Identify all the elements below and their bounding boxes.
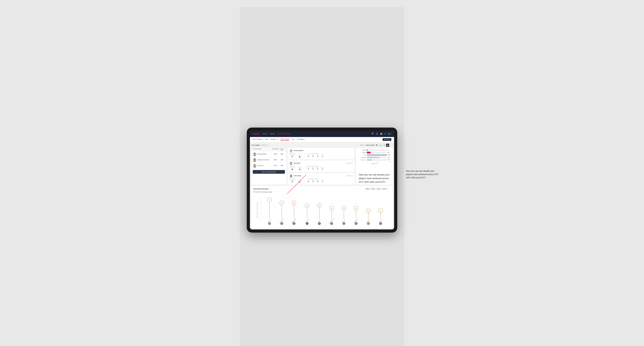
- grid-view-btn[interactable]: ⊞: [379, 144, 382, 147]
- bar-value: 131: [388, 159, 391, 161]
- nav-teams[interactable]: Teams: [270, 133, 275, 135]
- stats-avatar: [290, 174, 292, 177]
- practice-rounds: Practice 4: [298, 167, 302, 171]
- stats-player-name: Josh Coles: [294, 175, 346, 176]
- app-stat: APP 0: [312, 155, 314, 157]
- rank-badge: 2: [255, 161, 256, 162]
- chart-subtitle: Off The Tee, Fairway Accuracy: [254, 191, 390, 193]
- nav-my-performance[interactable]: My Performance: [277, 133, 290, 135]
- subtitle-main: Off The Tee: [254, 191, 260, 193]
- annotation-text: Here you can see streaks your players ha…: [406, 170, 441, 180]
- external-annotation: Here you can see streaks your players ha…: [359, 173, 390, 184]
- person-icon[interactable]: 👤: [376, 133, 378, 135]
- bar-value: 3: [388, 149, 391, 151]
- svg-text:5x: 5x: [319, 205, 320, 206]
- card-view-btn[interactable]: ▤: [386, 144, 389, 147]
- app-logo: clippd: [253, 133, 259, 135]
- putt-stat: PUTT 1: [321, 155, 324, 157]
- stats-card-header: Richard Butler: [290, 149, 353, 152]
- bar-label: Eagles: [357, 149, 366, 151]
- stats-date: 02 Sep 2023: [346, 163, 353, 164]
- chart-view-btn[interactable]: ↕: [390, 144, 393, 147]
- player-leaderboard: PLAYER NAME PB SCORE PB AVG SQ 1 Richard…: [251, 148, 286, 184]
- bell-icon[interactable]: 🔔: [380, 133, 382, 135]
- edit-icon[interactable]: ✏: [268, 144, 269, 146]
- bar-label: D. Bogeys +: [357, 159, 366, 161]
- tab-team-clippd[interactable]: Team Clippd: [280, 138, 289, 141]
- tab-putt[interactable]: PUTT: [382, 188, 387, 190]
- nav-links: Home Teams My Performance: [262, 133, 372, 135]
- tab-pgat-players[interactable]: PGAT Players: [253, 138, 262, 141]
- bar-label: Birdies: [357, 152, 366, 153]
- streak-tabs: OTT APP ARG PUTT ←: [365, 188, 390, 190]
- add-team-button[interactable]: Add Team: [382, 138, 391, 141]
- settings-icon[interactable]: ⚙: [384, 133, 386, 135]
- time-period-select[interactable]: Last 3 months: [364, 144, 378, 147]
- player-pb-score: 17/20: [272, 165, 279, 166]
- bar-value: 311: [388, 157, 391, 158]
- bar-fill: [367, 152, 371, 154]
- stats-player-name: Richard Butler: [294, 150, 353, 151]
- col-pb-score: PB SCORE: [272, 148, 279, 151]
- navigation-bar: clippd Home Teams My Performance 🔍 👤 🔔 ⚙…: [250, 131, 394, 137]
- bar-track: [367, 154, 387, 156]
- putt-stat: PUTT 0: [321, 167, 324, 170]
- svg-point-1: [254, 153, 256, 155]
- view-leaderboard-button[interactable]: View Full Leaderboard: [253, 170, 285, 174]
- avatar-icon[interactable]: 👤▾: [388, 133, 391, 135]
- player-name: Edward Crossman: [258, 159, 272, 161]
- player-pb-avg: 110: [279, 153, 285, 155]
- tab-hcaps[interactable]: Hcaps 1-5: [271, 138, 278, 141]
- tab-ott[interactable]: OTT: [365, 188, 370, 190]
- tab-pga[interactable]: PGA: [265, 138, 268, 141]
- stats-date: 26 Aug 2023: [346, 175, 353, 176]
- bar-fill: [367, 154, 387, 156]
- streaks-title: Best Round Streaks: [254, 188, 268, 190]
- bar-row-eagles: Eagles 3: [357, 149, 391, 151]
- rounds-sub-row: Tournament 7 Practice 6: [290, 155, 302, 158]
- svg-text:6x: 6x: [293, 202, 295, 204]
- svg-point-8: [290, 151, 292, 152]
- list-view-btn[interactable]: ☰: [382, 144, 386, 147]
- svg-text:7x: 7x: [269, 199, 270, 201]
- bar-axis: 0 200 400: [357, 162, 391, 163]
- axis-label-400: 400: [390, 162, 391, 163]
- ott-stat: OTT 0: [307, 155, 310, 157]
- activities-sub-row: OTT 0 APP 0 ARG: [307, 155, 324, 157]
- bar-track: [367, 152, 387, 154]
- total-rounds-group: Total Rounds Tournament 7 Practice: [290, 178, 302, 183]
- svg-text:8: 8: [260, 197, 261, 198]
- svg-text:Players: Players: [322, 225, 327, 226]
- svg-point-7: [290, 149, 292, 151]
- bar-track: [367, 159, 387, 161]
- tab-all-players[interactable]: All Players: [297, 138, 305, 141]
- svg-text:Best Streak, Fairway Accuracy: Best Streak, Fairway Accuracy: [256, 201, 258, 218]
- axis-label-200: 200: [378, 162, 380, 163]
- svg-text:RB: RB: [319, 223, 320, 224]
- player-row: 1 Richard Butler 19/20 110: [251, 151, 286, 157]
- bar-row-birdies: Birdies 96: [357, 152, 391, 154]
- nav-home[interactable]: Home: [262, 133, 267, 135]
- bar-track: [367, 157, 387, 158]
- bar-axis-title: Total Shots: [357, 163, 391, 164]
- tournament-rounds: Tournament 7: [290, 155, 295, 158]
- bar-value: 499: [388, 154, 391, 156]
- total-rounds-label: Total Rounds: [290, 153, 302, 154]
- player-row: 2 Edward Crossman 18/20 107: [251, 157, 286, 163]
- search-icon[interactable]: 🔍: [372, 133, 374, 135]
- svg-point-12: [290, 176, 292, 177]
- tab-tour[interactable]: Tour: [292, 138, 295, 141]
- tournament-rounds: Tournament 7: [290, 180, 295, 183]
- controls-row: Team Clippd 14 Players ✏ Show Last 3 mon…: [251, 144, 393, 147]
- svg-point-9: [290, 162, 292, 163]
- tab-arg[interactable]: ARG: [376, 188, 381, 190]
- putt-stat: PUTT 1: [321, 180, 324, 182]
- practice-value: 6: [299, 156, 300, 158]
- stats-divider: [304, 166, 304, 171]
- svg-point-3: [254, 159, 256, 160]
- svg-text:2: 2: [260, 213, 261, 214]
- tab-app[interactable]: APP: [371, 188, 376, 190]
- stats-divider: [304, 178, 304, 183]
- bar-fill: [367, 157, 380, 158]
- stats-card-rees: Rees Britt 02 Sep 2023 Total Rounds Tour…: [288, 161, 354, 172]
